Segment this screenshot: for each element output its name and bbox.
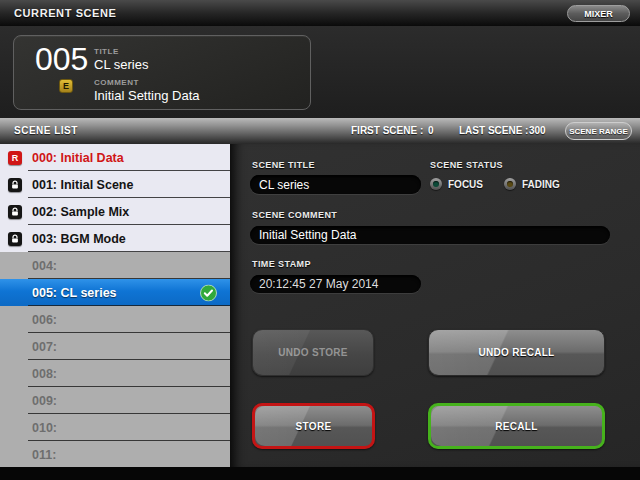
undo-store-button[interactable]: UNDO STORE <box>252 329 374 376</box>
scene-title-label: SCENE TITLE <box>252 160 315 170</box>
fading-indicator[interactable]: FADING <box>504 178 560 190</box>
first-scene-value: 0 <box>428 125 434 136</box>
scene-list-row[interactable]: 009: <box>0 387 230 414</box>
focus-label: FOCUS <box>448 179 483 190</box>
scene-list-row[interactable]: 010: <box>0 414 230 441</box>
scene-status-label: SCENE STATUS <box>430 160 503 170</box>
current-scene-comment-label: COMMENT <box>94 78 139 87</box>
current-scene-section: 005 E TITLE CL series COMMENT Initial Se… <box>0 26 640 118</box>
scene-detail-panel: SCENE TITLE CL series SCENE STATUS FOCUS… <box>230 144 640 467</box>
scene-list-row[interactable]: 003: BGM Mode <box>0 225 230 252</box>
scene-range-button[interactable]: SCENE RANGE <box>565 122 632 140</box>
current-scene-number: 005 <box>35 41 88 78</box>
fading-led-icon <box>504 178 516 190</box>
scene-list-row-label: 002: Sample Mix <box>32 205 129 219</box>
scene-list-row-label: 001: Initial Scene <box>32 178 133 192</box>
bottom-bar <box>0 467 640 480</box>
scene-list-row[interactable]: 007: <box>0 333 230 360</box>
lock-icon <box>8 178 22 192</box>
scene-list-row[interactable]: 008: <box>0 360 230 387</box>
scene-comment-label: SCENE COMMENT <box>252 210 337 220</box>
scene-list-row-label: 010: <box>32 421 57 435</box>
last-scene-value: 300 <box>529 125 546 136</box>
scene-list: R000: Initial Data001: Initial Scene002:… <box>0 144 230 467</box>
scene-list-row-label: 006: <box>32 313 57 327</box>
lock-icon <box>8 205 22 219</box>
scene-list-heading: SCENE LIST <box>14 125 78 136</box>
focus-indicator[interactable]: FOCUS <box>430 178 483 190</box>
scene-list-row-label: 003: BGM Mode <box>32 232 126 246</box>
scene-list-row-label: 008: <box>32 367 57 381</box>
scene-list-row-label: 011: <box>32 448 56 462</box>
mixer-button[interactable]: MIXER <box>567 5 630 22</box>
first-scene-label: FIRST SCENE : <box>351 125 423 136</box>
scene-list-row[interactable]: R000: Initial Data <box>0 144 230 171</box>
store-button[interactable]: STORE <box>252 403 375 449</box>
scene-list-row-label: 000: Initial Data <box>32 151 124 165</box>
scene-title-input[interactable]: CL series <box>250 175 421 194</box>
current-scene-title-value: CL series <box>94 57 148 72</box>
current-scene-heading: CURRENT SCENE <box>14 7 117 19</box>
readonly-badge-icon: R <box>8 151 22 165</box>
check-icon <box>200 284 217 301</box>
time-stamp-label: TIME STAMP <box>252 259 311 269</box>
scene-list-row[interactable]: 006: <box>0 306 230 333</box>
scene-list-row[interactable]: 005: CL series <box>0 279 230 306</box>
current-scene-title-label: TITLE <box>94 47 119 56</box>
scene-list-row-label: 007: <box>32 340 57 354</box>
last-scene-label: LAST SCENE : <box>459 125 528 136</box>
edit-badge-icon: E <box>59 79 73 93</box>
scene-list-header-bar: SCENE LIST FIRST SCENE : 0 LAST SCENE : … <box>0 118 640 144</box>
recall-button[interactable]: RECALL <box>428 403 605 449</box>
current-scene-panel: 005 E TITLE CL series COMMENT Initial Se… <box>13 35 311 110</box>
scene-memory-screen: CURRENT SCENE MIXER 005 E TITLE CL serie… <box>0 0 640 480</box>
undo-recall-button[interactable]: UNDO RECALL <box>428 329 605 376</box>
scene-list-row[interactable]: 011: <box>0 441 230 467</box>
focus-led-icon <box>430 178 442 190</box>
lock-icon <box>8 232 22 246</box>
scene-list-row[interactable]: 001: Initial Scene <box>0 171 230 198</box>
scene-list-row[interactable]: 004: <box>0 252 230 279</box>
scene-list-row[interactable]: 002: Sample Mix <box>0 198 230 225</box>
fading-label: FADING <box>522 179 560 190</box>
scene-list-row-label: 009: <box>32 394 57 408</box>
top-bar: CURRENT SCENE MIXER <box>0 0 640 26</box>
scene-comment-input[interactable]: Initial Setting Data <box>250 226 610 244</box>
current-scene-comment-value: Initial Setting Data <box>94 88 200 103</box>
scene-list-row-label: 004: <box>32 259 57 273</box>
time-stamp-value: 20:12:45 27 May 2014 <box>250 275 421 293</box>
scene-list-row-label: 005: CL series <box>32 286 117 300</box>
